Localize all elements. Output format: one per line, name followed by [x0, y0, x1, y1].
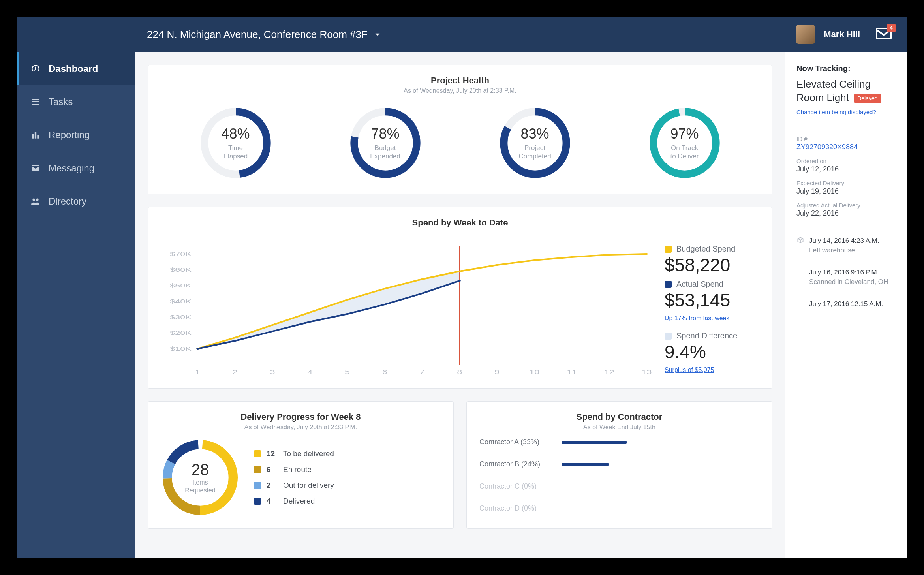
svg-text:12: 12	[604, 368, 614, 375]
sidebar-item-dashboard[interactable]: Dashboard	[17, 52, 135, 85]
svg-text:11: 11	[567, 368, 577, 375]
contractor-label: Contractor B (24%)	[479, 460, 554, 468]
sidebar-label: Reporting	[49, 130, 90, 141]
actual-note-link[interactable]: Up 17% from last week	[665, 315, 730, 321]
spend-by-week-card: Spend by Week to Date $10K$20K$30K$40K$5…	[148, 207, 772, 389]
ordered-value: July 12, 2016	[796, 165, 896, 173]
svg-text:5: 5	[345, 368, 350, 375]
project-health-title: Project Health	[161, 75, 759, 86]
contractor-bar-track	[562, 507, 759, 510]
expected-label: Expected Delivery	[796, 180, 896, 186]
square-icon	[254, 482, 261, 489]
contractor-subtitle: As of Week End July 15th	[479, 424, 759, 431]
svg-text:8: 8	[457, 368, 462, 375]
delivery-legend-row: 4 Delivered	[254, 497, 334, 505]
square-icon	[254, 466, 261, 473]
change-item-link[interactable]: Change item being displayed?	[796, 109, 876, 115]
sidebar-item-reporting[interactable]: Reporting	[17, 118, 135, 152]
square-icon	[254, 498, 261, 505]
spend-chart-title: Spend by Week to Date	[161, 218, 759, 228]
spend-chart: $10K$20K$30K$40K$50K$60K$70K123456789101…	[161, 242, 653, 378]
location-breadcrumb[interactable]: 224 N. Michigan Avenue, Conference Room …	[147, 28, 383, 41]
delivery-subtitle: As of Wednesday, July 20th at 2:33 P.M.	[161, 424, 441, 431]
delivery-legend-row: 12 To be delivered	[254, 449, 334, 458]
adjusted-label: Adjusted Actual Delivery	[796, 202, 896, 209]
delivery-donut: 28 Items Requested	[161, 438, 240, 517]
diff-note-link[interactable]: Surplus of $5,075	[665, 366, 714, 373]
svg-text:13: 13	[641, 368, 652, 375]
avatar[interactable]	[796, 25, 815, 44]
delivery-progress-card: Delivery Progress for Week 8 As of Wedne…	[148, 401, 454, 529]
square-icon	[665, 246, 672, 253]
project-health-card: Project Health As of Wednesday, July 20t…	[148, 65, 772, 194]
legend-budgeted: Budgeted Spend	[665, 244, 759, 254]
contractor-label: Contractor D (0%)	[479, 504, 554, 513]
svg-text:3: 3	[270, 368, 275, 375]
square-icon	[665, 333, 672, 340]
contractor-bar-track	[562, 485, 759, 488]
svg-text:9: 9	[494, 368, 500, 375]
diff-pct: 9.4%	[665, 341, 759, 363]
delayed-badge: Delayed	[854, 94, 881, 103]
envelope-icon	[30, 163, 41, 173]
sidebar: Dashboard Tasks Reporting Messaging Dire…	[17, 17, 135, 558]
contractor-row: Contractor A (33%)	[479, 438, 759, 452]
square-icon	[665, 281, 672, 288]
sidebar-item-tasks[interactable]: Tasks	[17, 85, 135, 118]
delivery-label: Out for delivery	[283, 481, 334, 490]
timeline-item: July 16, 2016 9:16 P.M. Scanned in Cleve…	[809, 269, 896, 286]
svg-text:7: 7	[419, 368, 424, 375]
contractor-row: Contractor C (0%)	[479, 482, 759, 496]
delivery-count: 4	[267, 497, 278, 505]
timeline-date: July 17, 2016 12:15 A.M.	[809, 300, 896, 308]
metric-label: TimeElapsed	[223, 144, 248, 161]
timeline-desc: Left warehouse.	[809, 246, 896, 254]
sidebar-label: Messaging	[49, 163, 94, 174]
square-icon	[254, 450, 261, 457]
svg-text:$30K: $30K	[170, 314, 192, 320]
metric-label: BudgetExpended	[370, 144, 400, 161]
ordered-label: Ordered on	[796, 158, 896, 164]
svg-text:1: 1	[195, 368, 200, 375]
contractor-bar	[562, 463, 609, 466]
mail-icon	[876, 34, 892, 41]
contractor-label: Contractor C (0%)	[479, 482, 554, 490]
expected-value: July 19, 2016	[796, 187, 896, 195]
metric-label: On Trackto Deliver	[670, 144, 699, 161]
metric-pct: 48%	[221, 126, 250, 142]
timeline-date: July 14, 2016 4:23 A.M.	[809, 237, 896, 245]
delivery-count: 12	[267, 449, 278, 458]
sidebar-item-directory[interactable]: Directory	[17, 185, 135, 218]
delivery-title: Delivery Progress for Week 8	[161, 412, 441, 422]
id-label: ID #	[796, 135, 896, 142]
contractor-bar-track	[562, 463, 759, 466]
timeline-date: July 16, 2016 9:16 P.M.	[809, 269, 896, 276]
svg-text:10: 10	[529, 368, 539, 375]
user-name[interactable]: Mark Hill	[824, 29, 860, 39]
svg-text:$50K: $50K	[170, 282, 192, 289]
list-icon	[30, 97, 41, 107]
actual-amount: $53,145	[665, 289, 759, 311]
health-metric: 97% On Trackto Deliver	[647, 105, 722, 180]
timeline-item: July 14, 2016 4:23 A.M. Left warehouse.	[809, 237, 896, 254]
mail-button[interactable]: 4	[876, 28, 892, 41]
svg-text:$20K: $20K	[170, 329, 192, 336]
project-health-subtitle: As of Wednesday, July 20th at 2:33 P.M.	[161, 87, 759, 94]
delivery-count: 6	[267, 465, 278, 474]
chevron-down-icon	[372, 29, 383, 39]
health-metric: 48% TimeElapsed	[198, 105, 273, 180]
svg-text:$40K: $40K	[170, 298, 192, 304]
budget-amount: $58,220	[665, 254, 759, 276]
delivery-count: 2	[267, 481, 278, 490]
delivery-label: En route	[283, 465, 312, 474]
metric-pct: 83%	[520, 126, 549, 142]
tracking-id-link[interactable]: ZY92709320X9884	[796, 143, 858, 151]
sidebar-item-messaging[interactable]: Messaging	[17, 152, 135, 185]
bar-chart-icon	[30, 130, 41, 140]
contractor-title: Spend by Contractor	[479, 412, 759, 422]
contractor-bar-track	[562, 441, 759, 444]
contractor-row: Contractor B (24%)	[479, 460, 759, 474]
contractor-label: Contractor A (33%)	[479, 438, 554, 446]
delivery-label: To be delivered	[283, 449, 334, 458]
legend-diff: Spend Difference	[665, 331, 759, 340]
